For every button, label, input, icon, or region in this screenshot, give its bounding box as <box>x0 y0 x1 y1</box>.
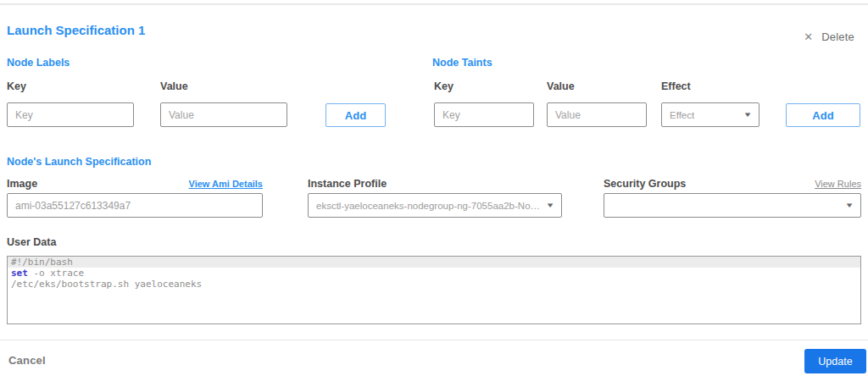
node-labels-add-button[interactable]: Add <box>326 103 386 127</box>
user-data-editor[interactable]: #!/bin/bash set -o xtrace /etc/eks/boots… <box>7 256 861 324</box>
node-labels-value-input[interactable] <box>160 102 287 127</box>
launch-spec-section-title: Node's Launch Specification <box>7 156 151 168</box>
node-labels-value-label: Value <box>160 80 188 92</box>
node-labels-key-input[interactable] <box>7 102 134 127</box>
code-line-2: set -o xtrace <box>8 268 860 279</box>
security-groups-select[interactable]: ▼ <box>604 193 861 218</box>
instance-profile-select[interactable]: eksctl-yaeloceaneks-nodegroup-ng-7055aa2… <box>308 193 562 218</box>
chevron-down-icon: ▼ <box>844 202 854 209</box>
node-labels-section-title: Node Labels <box>7 57 70 69</box>
footer-divider <box>0 340 868 340</box>
node-taints-key-input[interactable] <box>434 102 534 127</box>
close-icon: ✕ <box>804 30 813 43</box>
top-divider <box>0 3 868 5</box>
node-labels-key-label: Key <box>7 80 26 92</box>
image-label: Image <box>7 178 37 190</box>
node-taints-section-title: Node Taints <box>432 57 492 69</box>
instance-profile-label: Instance Profile <box>308 178 387 190</box>
node-taints-effect-select[interactable]: Effect ▼ <box>661 102 760 127</box>
cancel-button[interactable]: Cancel <box>8 354 46 367</box>
node-taints-value-label: Value <box>547 80 575 92</box>
delete-button[interactable]: ✕ Delete <box>804 30 854 43</box>
delete-label: Delete <box>821 30 854 43</box>
page-title: Launch Specification 1 <box>7 23 145 37</box>
node-taints-add-button[interactable]: Add <box>786 103 860 127</box>
node-taints-value-input[interactable] <box>547 102 647 127</box>
image-input[interactable] <box>7 193 263 218</box>
node-taints-effect-label: Effect <box>661 80 691 92</box>
view-ami-details-link[interactable]: View Ami Details <box>189 179 263 189</box>
code-line-3: /etc/eks/bootstrap.sh yaeloceaneks <box>8 279 860 290</box>
user-data-label: User Data <box>7 236 56 248</box>
chevron-down-icon: ▼ <box>743 111 752 119</box>
chevron-down-icon: ▼ <box>545 202 554 209</box>
security-groups-label: Security Groups <box>604 178 686 190</box>
node-taints-key-label: Key <box>434 80 453 92</box>
view-rules-link[interactable]: View Rules <box>815 179 861 189</box>
effect-placeholder: Effect <box>670 110 694 120</box>
update-button[interactable]: Update <box>804 349 866 373</box>
code-line-1: #!/bin/bash <box>8 257 860 268</box>
instance-profile-value: eksctl-yaeloceaneks-nodegroup-ng-7055aa2… <box>316 201 542 211</box>
